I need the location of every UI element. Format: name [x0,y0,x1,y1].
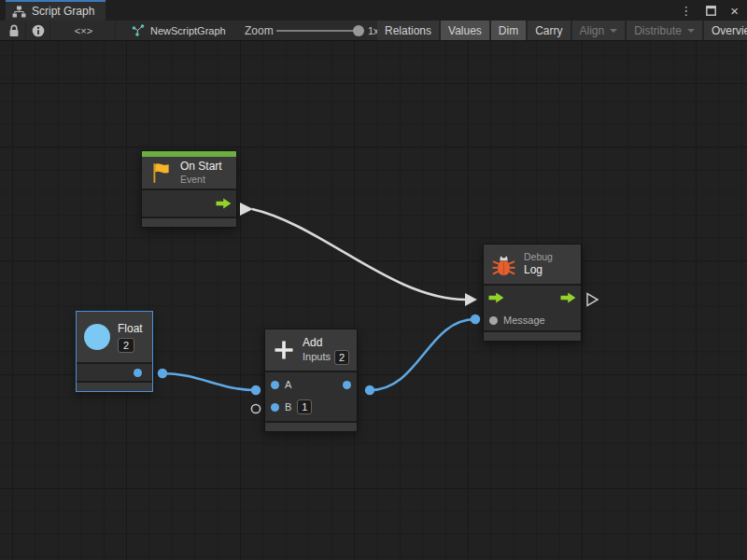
distribute-button[interactable]: Distribute [627,21,704,40]
unconnected-flow-out-indicator[interactable] [587,294,598,306]
edge-endpoint[interactable] [471,315,480,324]
lock-icon [8,24,20,37]
port-b-label: B [285,401,291,413]
graph-toolbar: <×> NewScriptGraph Zoom 1x Relations Val… [0,21,747,41]
message-input-port[interactable] [489,316,498,325]
flow-edge-start-cap[interactable] [240,203,253,216]
flow-output-port-icon[interactable] [560,292,576,303]
flow-input-port-icon[interactable] [488,292,504,303]
value-output-port[interactable] [134,369,142,377]
value-edge-add-to-message[interactable] [370,319,475,390]
inputs-count-field[interactable]: 2 [334,350,349,365]
edge-endpoint[interactable] [158,369,167,378]
script-graph-asset-icon [132,24,145,36]
float-value-field[interactable]: 2 [118,338,134,353]
node-title: Log [524,263,553,277]
zoom-slider-handle[interactable] [353,25,364,36]
code-icon: <×> [75,25,92,36]
value-edge-float-to-add-a[interactable] [162,373,256,390]
dim-button[interactable]: Dim [491,21,528,40]
window-controls: ⋮ × [680,0,747,21]
tab-script-graph[interactable]: Script Graph [6,0,106,21]
toolbar-button-group: Relations Values Dim Carry Align Distrib… [377,21,747,40]
node-title: Float [118,322,143,336]
zoom-slider[interactable] [276,21,360,40]
node-subtitle: Event [180,174,222,186]
message-port-label: Message [503,315,545,326]
float-type-icon [84,324,110,350]
flow-output-port-icon[interactable] [216,198,232,209]
unconnected-port-b-indicator[interactable] [251,404,260,413]
inputs-label: Inputs [303,351,331,363]
bug-icon [491,253,516,276]
port-a-label: A [285,379,291,390]
port-b-input[interactable] [271,403,279,412]
edges-layer [0,41,747,560]
tab-title: Script Graph [32,5,94,18]
flag-icon [149,161,173,185]
graph-canvas[interactable]: On Start Event Debug Lo [0,41,747,560]
zoom-label: Zoom [245,21,274,40]
graph-title[interactable]: NewScriptGraph [132,21,226,40]
sum-output-port[interactable] [343,381,351,389]
flow-edge-arrowhead[interactable] [465,293,477,306]
node-title: On Start [180,160,222,174]
edge-endpoint[interactable] [251,385,261,395]
node-float[interactable]: Float 2 [76,311,153,392]
node-footer [142,218,236,227]
info-button[interactable] [26,21,50,40]
tab-bar: Script Graph ⋮ × [0,0,747,21]
node-title: Add [303,336,349,350]
window-close-icon[interactable]: × [730,4,739,18]
port-a-input[interactable] [271,381,279,389]
flow-edge-on-start-to-debug-log[interactable] [252,209,466,300]
graph-tab-icon [12,6,26,18]
graph-name-label: NewScriptGraph [150,25,226,36]
code-view-button[interactable]: <×> [52,21,116,40]
chevron-down-icon [610,29,617,36]
relations-button[interactable]: Relations [377,21,441,40]
overview-button[interactable]: Overview [704,21,747,40]
node-add[interactable]: Add Inputs 2 A B 1 [264,329,358,432]
node-footer [265,423,357,431]
node-debug-log[interactable]: Debug Log Message [483,244,582,342]
chevron-down-icon [687,29,695,36]
node-footer [484,332,581,341]
align-button[interactable]: Align [572,21,627,40]
values-button[interactable]: Values [441,21,491,40]
window-maximize-icon[interactable] [706,6,716,16]
window-menu-icon[interactable]: ⋮ [680,5,692,17]
tab-bar-spacer [106,0,680,21]
node-footer [77,383,152,391]
add-icon [273,339,295,361]
edge-endpoint[interactable] [365,385,374,395]
node-subtitle: Debug [524,251,553,263]
carry-button[interactable]: Carry [528,21,571,40]
zoom-slider-track[interactable] [276,30,360,32]
lock-button[interactable] [2,21,26,40]
align-label: Align [580,24,605,37]
node-on-start[interactable]: On Start Event [141,150,237,228]
info-icon [32,24,45,37]
port-b-value-field[interactable]: 1 [297,399,312,414]
distribute-label: Distribute [634,24,682,37]
